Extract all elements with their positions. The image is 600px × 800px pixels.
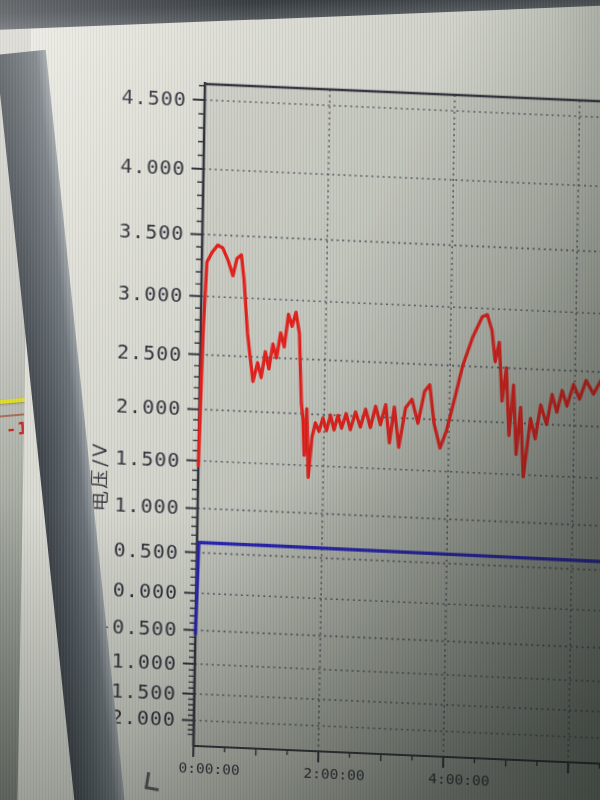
- y-major-tick: [186, 460, 198, 461]
- y-tick-label: 3.000: [118, 281, 184, 308]
- y-tick-label: 3.500: [119, 219, 185, 246]
- y-major-tick: [190, 234, 202, 235]
- photo-of-screen: -1- 4.5004.0003.5003.0002.5002.0001.5001…: [0, 0, 600, 800]
- y-major-tick: [182, 693, 194, 694]
- y-tick-label: 1.000: [114, 493, 180, 520]
- y-tick-label: 4.000: [120, 153, 186, 180]
- y-major-tick: [182, 720, 194, 721]
- y-major-tick: [184, 593, 196, 594]
- y-major-tick: [183, 630, 195, 631]
- y-major-tick: [186, 508, 198, 509]
- x-tick-label: 4:00:00: [428, 770, 489, 789]
- x-tick-label: 0:00:00: [178, 759, 239, 778]
- y-major-tick: [183, 663, 195, 664]
- screen-artifact-mark: [145, 772, 161, 791]
- y-major-tick: [193, 99, 205, 100]
- y-tick-label: 4.500: [121, 84, 187, 111]
- y-major-tick: [187, 409, 199, 410]
- y-major-tick: [192, 168, 204, 169]
- y-major-tick: [189, 296, 201, 297]
- y-major-tick: [185, 552, 197, 553]
- y-tick-label: 0.000: [113, 578, 179, 605]
- x-tick-label: 2:00:00: [303, 765, 364, 784]
- y-tick-label: 0.500: [113, 537, 179, 564]
- y-tick-label: -0.500: [99, 614, 178, 641]
- y-tick-label: 2.500: [117, 339, 183, 366]
- y-tick-label: 1.500: [115, 445, 181, 472]
- y-tick-label: 2.000: [116, 394, 182, 421]
- y-major-tick: [188, 354, 200, 355]
